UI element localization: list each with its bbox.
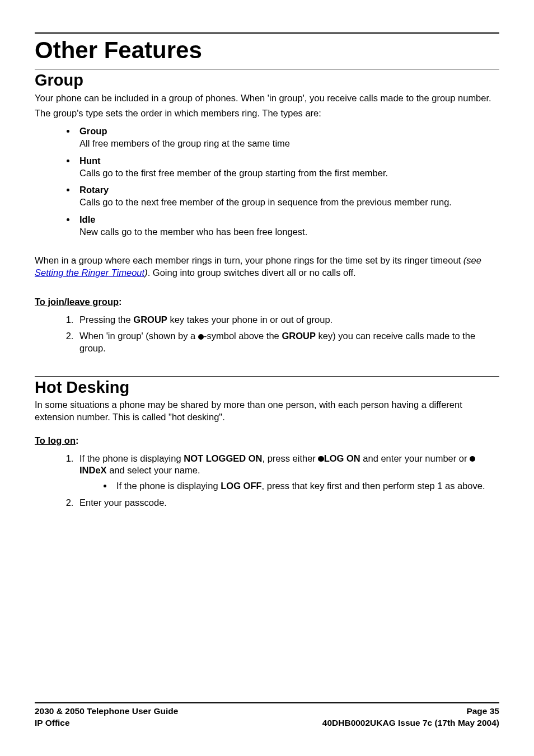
text: If the phone is displaying <box>116 481 221 491</box>
group-type-desc: Calls go to the first free member of the… <box>79 167 499 180</box>
text-bold: LOG OFF <box>221 481 261 491</box>
step: Enter your passcode. <box>76 497 499 509</box>
join-leave-steps: Pressing the GROUP key takes your phone … <box>49 314 499 355</box>
step: When 'in group' (shown by a -symbol abov… <box>76 330 499 355</box>
footer-product: IP Office <box>35 717 70 729</box>
text-bold: GROUP <box>282 331 316 341</box>
subhead-logon-label: To log on <box>35 435 76 445</box>
footer-guide-title: 2030 & 2050 Telephone User Guide <box>35 706 178 717</box>
group-type-desc: Calls go to the next free member of the … <box>79 196 499 209</box>
page-footer: 2030 & 2050 Telephone User Guide Page 35… <box>35 702 499 729</box>
dot-icon <box>198 334 204 340</box>
section1-intro1: Your phone can be included in a group of… <box>35 92 499 105</box>
text: key takes your phone in or out of group. <box>167 314 332 325</box>
logon-steps: If the phone is displaying NOT LOGGED ON… <box>49 453 499 509</box>
footer-row-2: IP Office 40DHB0002UKAG Issue 7c (17th M… <box>35 717 499 729</box>
text: INDeX <box>79 465 107 475</box>
group-type-desc: All free members of the group ring at th… <box>79 138 499 150</box>
section1-title: Group <box>35 69 499 91</box>
text: When in a group where each member rings … <box>35 255 463 265</box>
section2-intro: In some situations a phone may be shared… <box>35 399 499 424</box>
text: LOG ON <box>324 453 360 463</box>
text: . Going into group switches divert all o… <box>148 267 356 278</box>
text: and select your name. <box>107 465 200 475</box>
group-types-list: Group All free members of the group ring… <box>49 125 499 238</box>
text: , press either <box>262 453 318 463</box>
text: Pressing the <box>79 314 133 325</box>
text: (see <box>463 255 481 265</box>
text: , press that key first and then perform … <box>262 481 485 491</box>
footer-rule <box>35 702 499 703</box>
text: and enter your number or <box>360 453 470 463</box>
section2-title: Hot Desking <box>35 377 499 398</box>
section1-intro2: The group's type sets the order in which… <box>35 107 499 120</box>
footer-row-1: 2030 & 2050 Telephone User Guide Page 35 <box>35 706 499 717</box>
group-type-desc: New calls go to the member who has been … <box>79 226 499 238</box>
section1-note: When in a group where each member rings … <box>35 255 499 279</box>
top-rule <box>35 32 499 34</box>
text: When 'in group' (shown by a <box>79 331 198 341</box>
subhead-join-leave: To join/leave group: <box>35 296 499 308</box>
text-bold: LOG ON <box>318 453 360 463</box>
chapter-title: Other Features <box>35 35 499 65</box>
dot-icon <box>470 456 475 462</box>
inner-item: If the phone is displaying LOG OFF, pres… <box>113 480 499 492</box>
text-bold: GROUP <box>133 314 167 325</box>
dot-icon <box>318 456 324 462</box>
subhead-join-leave-label: To join/leave group <box>35 297 119 307</box>
group-type-item: Rotary Calls go to the next free member … <box>76 184 499 209</box>
group-type-item: Hunt Calls go to the first free member o… <box>76 155 499 180</box>
group-type-item: Idle New calls go to the member who has … <box>76 214 499 238</box>
text: -symbol above the <box>204 331 282 341</box>
text-bold: NOT LOGGED ON <box>184 453 262 463</box>
step: If the phone is displaying NOT LOGGED ON… <box>76 453 499 492</box>
subhead-logon: To log on: <box>35 435 499 447</box>
group-type-term: Hunt <box>79 155 499 167</box>
footer-issue: 40DHB0002UKAG Issue 7c (17th May 2004) <box>322 717 499 729</box>
logon-step1-inner: If the phone is displaying LOG OFF, pres… <box>82 480 499 492</box>
group-type-term: Rotary <box>79 184 499 196</box>
group-type-term: Idle <box>79 214 499 226</box>
ringer-timeout-link[interactable]: Setting the Ringer Timeout <box>35 267 144 278</box>
step: Pressing the GROUP key takes your phone … <box>76 314 499 326</box>
group-type-term: Group <box>79 125 499 138</box>
footer-page-number: Page 35 <box>466 706 499 717</box>
text: If the phone is displaying <box>79 453 184 463</box>
group-type-item: Group All free members of the group ring… <box>76 125 499 150</box>
